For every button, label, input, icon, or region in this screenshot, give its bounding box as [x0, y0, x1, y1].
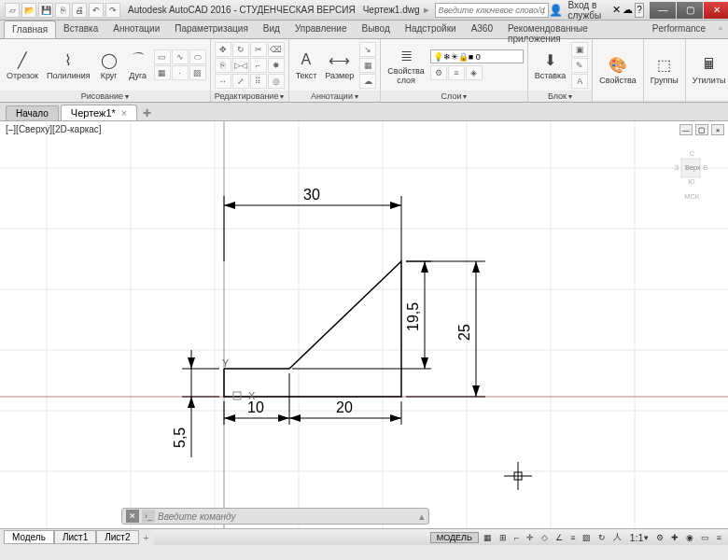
- dimension-button[interactable]: ⟷Размер: [322, 49, 357, 81]
- cmd-expand-icon[interactable]: ▴: [419, 511, 425, 523]
- vp-close-icon[interactable]: ×: [711, 124, 724, 135]
- minimize-button[interactable]: —: [650, 2, 676, 19]
- mirror-icon[interactable]: ▷◁: [232, 58, 249, 73]
- viewport-label[interactable]: [–][Сверху][2D-каркас]: [6, 124, 102, 134]
- insert-block-button[interactable]: ⬇Вставка: [532, 49, 568, 81]
- tab-featured[interactable]: Рекомендованные приложения: [500, 21, 645, 38]
- explode-icon[interactable]: ✸: [268, 58, 285, 73]
- osnap-icon[interactable]: ◇: [539, 531, 551, 544]
- layer-tool-icon[interactable]: ⚙: [430, 65, 447, 80]
- layout-tab-1[interactable]: Лист1: [54, 530, 96, 544]
- saveas-icon[interactable]: ⎘: [55, 3, 70, 18]
- panel-modify-title[interactable]: Редактирование: [211, 91, 288, 102]
- undo-icon[interactable]: ↶: [89, 3, 104, 18]
- panel-block-title[interactable]: Блок: [528, 91, 592, 102]
- a360-icon[interactable]: ☁: [623, 4, 633, 16]
- hatch-icon[interactable]: ▦: [154, 65, 171, 80]
- tab-insert[interactable]: Вставка: [56, 21, 105, 38]
- command-input[interactable]: [158, 511, 416, 522]
- fillet-icon[interactable]: ⌐: [250, 58, 267, 73]
- rect-icon[interactable]: ▭: [154, 49, 171, 64]
- redo-icon[interactable]: ↷: [105, 3, 120, 18]
- vp-min-icon[interactable]: —: [679, 124, 693, 135]
- search-input[interactable]: [435, 3, 549, 18]
- erase-icon[interactable]: ⌫: [268, 42, 285, 57]
- tab-output[interactable]: Вывод: [355, 21, 398, 38]
- cmd-close-icon[interactable]: ✕: [126, 510, 139, 523]
- text-button[interactable]: AТекст: [293, 49, 320, 81]
- panel-draw-title[interactable]: Рисование: [0, 91, 210, 102]
- vp-max-icon[interactable]: ▢: [695, 124, 708, 135]
- cloud-icon[interactable]: ☁: [359, 74, 376, 89]
- otrack-icon[interactable]: ∠: [553, 531, 566, 544]
- file-tab-doc[interactable]: Чертеж1*×: [61, 105, 137, 120]
- array-icon[interactable]: ⠿: [250, 74, 267, 89]
- drawing-area[interactable]: [–][Сверху][2D-каркас] — ▢ × 30: [0, 121, 728, 528]
- polyline-button[interactable]: ⌇Полилиния: [44, 49, 93, 81]
- tab-addins[interactable]: Надстройки: [398, 21, 464, 38]
- scale-icon[interactable]: ⤢: [232, 74, 249, 89]
- spline-icon[interactable]: ∿: [172, 49, 189, 64]
- arc-button[interactable]: ⌒Дуга: [125, 49, 151, 81]
- ortho-icon[interactable]: ⌐: [511, 531, 522, 544]
- status-model[interactable]: МОДЕЛЬ: [430, 532, 479, 543]
- gear-icon[interactable]: ⚙: [653, 531, 666, 544]
- props-button[interactable]: 🎨Свойства: [596, 53, 639, 86]
- ribbon-collapse-icon[interactable]: ▫: [713, 21, 728, 38]
- leader-icon[interactable]: ↘: [359, 42, 376, 57]
- layer-match-icon[interactable]: ≡: [448, 65, 465, 80]
- panel-annot-title[interactable]: Аннотации: [289, 91, 381, 102]
- layer-dropdown[interactable]: 💡❄☀🔒■ 0: [430, 49, 524, 63]
- trim-icon[interactable]: ✂: [250, 42, 267, 57]
- exchange-icon[interactable]: ✕: [612, 4, 621, 16]
- point-icon[interactable]: ·: [172, 65, 189, 80]
- save-icon[interactable]: 💾: [38, 3, 53, 18]
- canvas[interactable]: 30 10 20 5,5: [0, 121, 728, 528]
- polar-icon[interactable]: ✛: [524, 531, 537, 544]
- stretch-icon[interactable]: ↔: [215, 74, 231, 89]
- clean-icon[interactable]: ▭: [698, 531, 712, 544]
- add-layout-button[interactable]: +: [139, 530, 154, 545]
- help-button[interactable]: ?: [635, 3, 644, 18]
- groups-button[interactable]: ⬚Группы: [648, 53, 681, 86]
- grid-icon[interactable]: ▦: [481, 531, 495, 544]
- close-button[interactable]: ✕: [704, 2, 728, 19]
- command-line[interactable]: ✕ ›_ ▴: [121, 508, 429, 525]
- login-button[interactable]: Вход в службы: [565, 0, 610, 21]
- file-tab-start[interactable]: Начало: [6, 105, 59, 120]
- anno-icon[interactable]: 人: [610, 531, 624, 544]
- panel-layers-title[interactable]: Слои: [381, 91, 527, 102]
- tab-a360[interactable]: A360: [464, 21, 500, 38]
- circle-button[interactable]: ◯Круг: [96, 49, 122, 81]
- tab-param[interactable]: Параметризация: [167, 21, 256, 38]
- tab-perf[interactable]: Performance: [645, 21, 713, 38]
- line-button[interactable]: ╱Отрезок: [4, 49, 41, 81]
- new-icon[interactable]: ▱: [5, 3, 20, 18]
- isolate-icon[interactable]: ✚: [668, 531, 681, 544]
- offset-icon[interactable]: ◎: [268, 74, 285, 89]
- cycle-icon[interactable]: ↻: [595, 531, 609, 544]
- create-block-icon[interactable]: ▣: [571, 42, 588, 57]
- view-cube[interactable]: С Верх З В Ю МСК: [663, 149, 719, 205]
- rotate-icon[interactable]: ↻: [232, 42, 249, 57]
- tab-manage[interactable]: Управление: [287, 21, 355, 38]
- layer-props-button[interactable]: ≣Свойства слоя: [385, 44, 427, 86]
- tab-view[interactable]: Вид: [256, 21, 287, 38]
- attr-icon[interactable]: A: [571, 74, 588, 89]
- copy-icon[interactable]: ⎘: [215, 58, 231, 73]
- open-icon[interactable]: 📂: [21, 3, 36, 18]
- layout-tab-model[interactable]: Модель: [4, 530, 54, 544]
- move-icon[interactable]: ✥: [215, 42, 231, 57]
- region-icon[interactable]: ▨: [189, 65, 206, 80]
- edit-block-icon[interactable]: ✎: [571, 58, 588, 73]
- snap-icon[interactable]: ⊞: [497, 531, 510, 544]
- ellipse-icon[interactable]: ⬭: [189, 49, 206, 64]
- add-tab-button[interactable]: ✚: [139, 105, 154, 120]
- tab-main[interactable]: Главная: [4, 21, 56, 38]
- close-tab-icon[interactable]: ×: [121, 107, 127, 119]
- utils-button[interactable]: 🖩Утилиты: [690, 53, 728, 86]
- layout-tab-2[interactable]: Лист2: [96, 530, 138, 544]
- hw-icon[interactable]: ◉: [683, 531, 696, 544]
- lweight-icon[interactable]: ≡: [567, 531, 578, 544]
- custom-icon[interactable]: ≡: [714, 531, 724, 544]
